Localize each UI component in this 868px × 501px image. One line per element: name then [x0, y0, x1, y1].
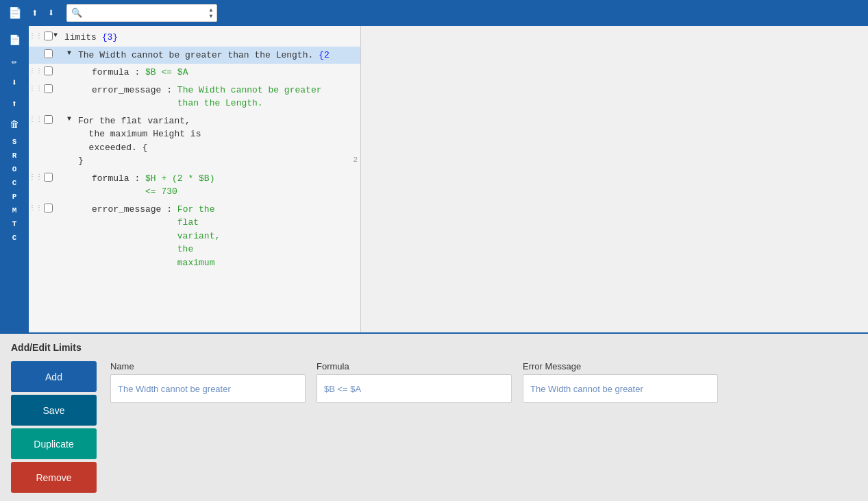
row-checkbox[interactable]	[42, 64, 53, 75]
sidebar-letter-c2[interactable]: C	[0, 232, 29, 244]
row-checkbox[interactable]	[42, 113, 53, 124]
row-drag-handle[interactable]: ⋮⋮	[29, 82, 42, 93]
sidebar-icon-upload[interactable]: ⬆	[0, 94, 29, 114]
toggle-arrow	[81, 201, 92, 204]
tree-row[interactable]: ⋮⋮ error_message : For the flat variant,…	[29, 201, 360, 272]
error-input[interactable]	[523, 374, 718, 403]
search-input[interactable]	[85, 8, 206, 19]
name-input[interactable]	[110, 374, 306, 403]
row-drag-handle[interactable]: ⋮⋮	[29, 201, 42, 212]
tree-row[interactable]: ⋮⋮ ▼ limits {3}	[29, 29, 360, 47]
save-button[interactable]: Save	[11, 395, 97, 426]
search-prev-icon[interactable]: ▲	[209, 8, 212, 13]
error-field-group: Error Message	[523, 361, 857, 403]
row-content: The Width cannot be greater than the Len…	[78, 47, 347, 64]
tree-row[interactable]: ⋮⋮ error_message : The Width cannot be g…	[29, 82, 360, 112]
formula-label: Formula	[317, 361, 512, 371]
toggle-arrow	[81, 64, 92, 66]
sidebar-icon-download[interactable]: ⬇	[0, 73, 29, 93]
row-drag-handle[interactable]: ⋮⋮	[29, 64, 42, 75]
toggle-arrow[interactable]: ▼	[53, 29, 64, 39]
search-next-icon[interactable]: ▼	[209, 14, 212, 19]
row-content: error_message : The Width cannot be grea…	[92, 82, 360, 112]
edit-buttons: Add Save Duplicate Remove	[11, 361, 97, 493]
sidebar-icon-page[interactable]: 📄	[0, 30, 29, 50]
sidebar-icon-edit[interactable]: ✏️	[0, 51, 29, 71]
add-button[interactable]: Add	[11, 361, 97, 392]
new-file-icon[interactable]: 📄	[5, 3, 25, 23]
search-icon: 🔍	[71, 8, 82, 19]
formula-field-group: Formula	[317, 361, 512, 403]
row-drag-handle[interactable]: ⋮⋮	[29, 171, 42, 181]
sidebar-letter-s[interactable]: S	[0, 136, 29, 148]
right-panel	[361, 26, 868, 332]
tree-panel: ⋮⋮ ▼ limits {3} ▼ The Width cannot be gr…	[29, 26, 361, 332]
row-drag-handle[interactable]: ⋮⋮	[29, 113, 42, 123]
row-checkbox[interactable]	[42, 201, 53, 212]
sidebar-letter-p[interactable]: P	[0, 191, 29, 203]
tree-row[interactable]: ▼ The Width cannot be greater than the L…	[29, 47, 360, 64]
main-area: 📄 ✏️ ⬇ ⬆ 🗑 S R O C P M T C ⋮⋮ ▼ limits {…	[0, 26, 868, 332]
tree-row[interactable]: ⋮⋮ formula : $H + (2 * $B) <= 730	[29, 170, 360, 201]
row-content: limits {3}	[64, 29, 360, 46]
duplicate-button[interactable]: Duplicate	[11, 428, 97, 459]
error-label: Error Message	[523, 361, 857, 371]
sidebar-icon-trash[interactable]: 🗑	[0, 115, 29, 134]
search-arrows: ▲ ▼	[209, 8, 212, 19]
edit-panel: Add/Edit Limits Add Save Duplicate Remov…	[0, 332, 868, 501]
sidebar-letter-c[interactable]: C	[0, 177, 29, 189]
toggle-arrow[interactable]: ▼	[67, 47, 78, 57]
toggle-arrow[interactable]: ▼	[67, 113, 78, 123]
edit-panel-title: Add/Edit Limits	[11, 342, 857, 353]
tree-row[interactable]: ⋮⋮ formula : $B <= $A	[29, 64, 360, 82]
row-checkbox[interactable]	[42, 171, 53, 182]
row-checkbox[interactable]	[42, 82, 53, 93]
row-content: formula : $B <= $A	[92, 64, 360, 81]
sidebar-letter-t[interactable]: T	[0, 218, 29, 230]
top-toolbar: 📄 ⬆ ⬇ 🔍 ▲ ▼	[0, 0, 868, 26]
left-sidebar: 📄 ✏️ ⬇ ⬆ 🗑 S R O C P M T C	[0, 26, 29, 332]
toggle-arrow	[81, 82, 92, 84]
move-down-icon[interactable]: ⬇	[45, 3, 58, 23]
tree-row[interactable]: ⋮⋮ ▼ For the flat variant, the maximum H…	[29, 112, 360, 170]
sidebar-letter-m[interactable]: M	[0, 204, 29, 217]
search-bar: 🔍 ▲ ▼	[66, 4, 217, 22]
toggle-arrow	[81, 171, 92, 173]
edit-panel-body: Add Save Duplicate Remove Name Formula E…	[11, 361, 857, 493]
move-up-icon[interactable]: ⬆	[29, 3, 41, 23]
row-content: For the flat variant, the maximum Height…	[78, 113, 360, 169]
sidebar-letter-o[interactable]: O	[0, 163, 29, 175]
formula-input[interactable]	[317, 374, 512, 403]
row-drag-handle[interactable]	[29, 47, 42, 49]
remove-button[interactable]: Remove	[11, 462, 97, 493]
row-checkbox[interactable]	[42, 47, 53, 58]
name-label: Name	[110, 361, 306, 371]
edit-fields: Name Formula Error Message	[110, 361, 857, 493]
row-content: error_message : For the flat variant, th…	[92, 201, 360, 271]
tree-content[interactable]: ⋮⋮ ▼ limits {3} ▼ The Width cannot be gr…	[29, 26, 360, 332]
row-drag-handle[interactable]: ⋮⋮	[29, 29, 42, 40]
row-checkbox[interactable]	[42, 29, 53, 40]
sidebar-letter-r[interactable]: R	[0, 149, 29, 162]
name-field-group: Name	[110, 361, 306, 403]
row-content: formula : $H + (2 * $B) <= 730	[92, 171, 360, 200]
